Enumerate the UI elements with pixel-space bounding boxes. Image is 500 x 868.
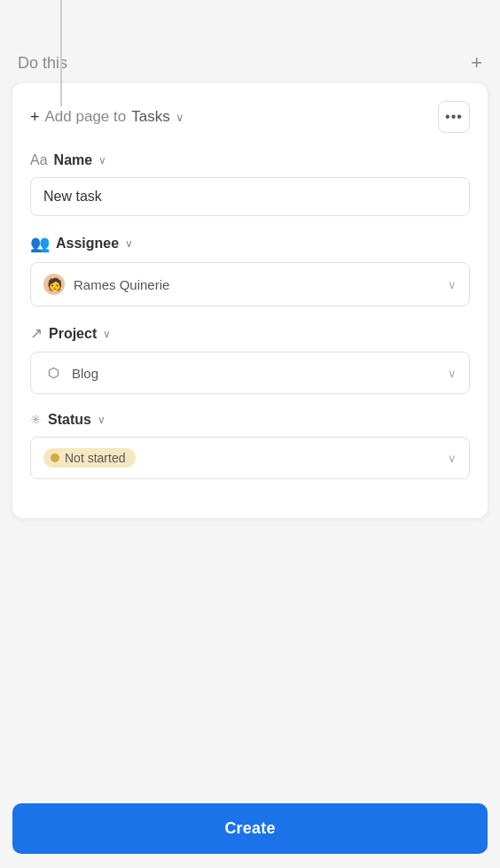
name-field-label: Aa Name ∨: [30, 152, 470, 168]
status-dot-icon: [51, 453, 59, 462]
name-input[interactable]: [30, 177, 470, 216]
top-bar: Do this +: [0, 0, 500, 83]
tasks-label: Tasks: [131, 108, 169, 126]
more-options-button[interactable]: •••: [438, 101, 470, 133]
project-chevron-icon: ∨: [103, 328, 111, 340]
status-select[interactable]: Not started ∨: [30, 437, 470, 479]
add-page-label[interactable]: + Add page to Tasks ∨: [30, 108, 184, 127]
status-field-label: ✳ Status ∨: [30, 412, 470, 428]
assignee-select-left: 🧑 Rames Quinerie: [43, 274, 169, 295]
assignee-chevron-icon: ∨: [125, 237, 133, 250]
project-icon: ⬡: [43, 363, 63, 383]
project-field-label: ↗ Project ∨: [30, 324, 470, 343]
assignee-label-text: Assignee: [56, 236, 119, 252]
status-badge: Not started: [43, 448, 136, 468]
add-icon: +: [30, 108, 40, 127]
project-select-chevron-icon: ∨: [448, 367, 457, 380]
add-page-text: Add page to: [45, 108, 127, 126]
project-value: Blog: [72, 366, 98, 381]
card-header: + Add page to Tasks ∨ •••: [30, 101, 470, 133]
name-chevron-icon: ∨: [98, 154, 106, 167]
avatar: 🧑: [43, 274, 65, 295]
name-label-text: Name: [54, 152, 93, 168]
status-select-chevron-icon: ∨: [448, 452, 457, 465]
tasks-chevron-icon: ∨: [176, 111, 184, 124]
assignee-field-label: 👥 Assignee ∨: [30, 234, 470, 253]
assignee-label-icon: 👥: [30, 234, 50, 253]
status-chevron-icon: ∨: [98, 414, 105, 426]
name-field-section: Aa Name ∨: [30, 152, 470, 216]
name-label-icon: Aa: [30, 152, 48, 168]
assignee-select[interactable]: 🧑 Rames Quinerie ∨: [30, 262, 470, 306]
project-label-icon: ↗: [30, 324, 43, 343]
vertical-line-decoration: [60, 0, 62, 106]
bottom-bar: Create: [0, 789, 500, 868]
status-select-left: Not started: [43, 448, 136, 468]
project-label-text: Project: [49, 326, 97, 342]
add-page-top-icon[interactable]: +: [471, 53, 482, 73]
create-button[interactable]: Create: [12, 803, 488, 854]
more-dots-icon: •••: [445, 109, 463, 125]
project-select[interactable]: ⬡ Blog ∨: [30, 352, 470, 394]
project-select-left: ⬡ Blog: [43, 363, 98, 383]
project-field-section: ↗ Project ∨ ⬡ Blog ∨: [30, 324, 470, 394]
assignee-field-section: 👥 Assignee ∨ 🧑 Rames Quinerie ∨: [30, 234, 470, 306]
main-card: + Add page to Tasks ∨ ••• Aa Name ∨ 👥 As…: [12, 83, 488, 518]
status-value: Not started: [65, 451, 125, 465]
status-label-text: Status: [48, 412, 91, 428]
status-label-icon: ✳: [30, 412, 42, 428]
assignee-value: Rames Quinerie: [74, 277, 169, 292]
assignee-select-chevron-icon: ∨: [448, 278, 457, 291]
status-field-section: ✳ Status ∨ Not started ∨: [30, 412, 470, 479]
